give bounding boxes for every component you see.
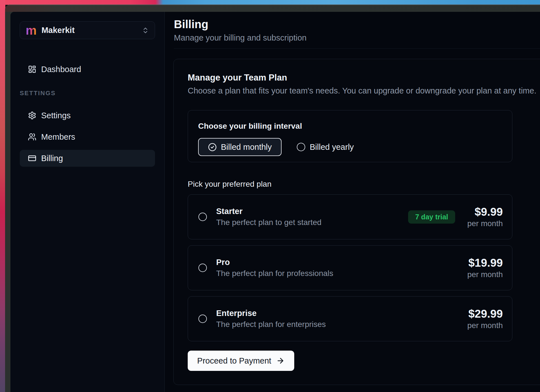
sidebar-item-label: Dashboard [41,65,81,74]
plan-name: Starter [216,207,322,216]
plan-info: Enterprise The perfect plan for enterpri… [216,309,326,329]
credit-card-icon [28,154,36,162]
page-subtitle: Manage your billing and subscription [174,33,540,43]
price-block: $19.99 per month [465,257,503,279]
price-block: $29.99 per month [465,308,503,330]
plan-description: The perfect plan to get started [216,218,322,227]
plan-pricing: $29.99 per month [465,308,503,330]
team-name: Makerkit [41,26,75,35]
plan-pricing: 7 day trial $9.99 per month [408,206,503,228]
arrow-right-icon [276,357,285,365]
plan-pricing: $19.99 per month [465,257,503,279]
sidebar-item-billing[interactable]: Billing [20,150,155,167]
billing-interval-group: Choose your billing interval Billed mont… [188,110,512,162]
makerkit-logo: m [26,24,37,37]
desktop-wallpaper-left [0,0,5,392]
radio-circle-icon[interactable] [198,213,207,221]
window-titlebar[interactable] [5,5,540,12]
app-window: m Makerkit Dashboard SETTINGS [5,5,540,392]
pick-plan-label: Pick your preferred plan [188,180,540,189]
plan-price: $29.99 [465,308,503,320]
billed-yearly-option[interactable]: Billed yearly [297,142,354,152]
plan-description: The perfect plan for enterprises [216,320,326,329]
team-plan-card: Manage your Team Plan Choose a plan that… [173,59,540,385]
billed-monthly-option[interactable]: Billed monthly [198,138,282,156]
main-area: Billing Manage your billing and subscrip… [165,12,540,392]
sidebar-item-settings[interactable]: Settings [20,107,155,124]
plan-price: $19.99 [465,257,503,269]
proceed-to-payment-button[interactable]: Proceed to Payment [188,351,294,371]
app-content: m Makerkit Dashboard SETTINGS [10,12,540,392]
sidebar-item-label: Billing [41,154,63,163]
sidebar-item-label: Settings [41,111,71,120]
plan-period: per month [465,219,503,228]
page-title: Billing [174,18,540,30]
chevrons-up-down-icon [142,27,149,34]
team-plan-subtitle: Choose a plan that fits your team's need… [188,86,540,95]
sidebar-item-members[interactable]: Members [20,128,155,145]
proceed-label: Proceed to Payment [197,356,271,366]
billed-yearly-label: Billed yearly [310,142,354,152]
sidebar-section-settings: SETTINGS [20,90,155,97]
users-icon [28,133,36,141]
page-content: Manage your Team Plan Choose a plan that… [165,49,540,392]
page-header: Billing Manage your billing and subscrip… [165,12,540,49]
window-left-edge [5,12,10,392]
radio-circle-icon[interactable] [198,264,207,272]
radio-circle-icon[interactable] [198,315,207,323]
plan-option-pro[interactable]: Pro The perfect plan for professionals $… [188,245,512,290]
billing-interval-label: Choose your billing interval [198,122,502,131]
plan-description: The perfect plan for professionals [216,269,333,278]
plan-price: $9.99 [465,206,503,218]
billed-monthly-label: Billed monthly [221,142,272,152]
plan-period: per month [465,321,503,330]
radio-circle-icon [297,143,305,151]
billing-interval-options: Billed monthly Billed yearly [198,138,502,156]
sidebar-item-dashboard[interactable]: Dashboard [20,61,155,78]
trial-badge: 7 day trial [408,210,455,224]
plan-period: per month [465,270,503,279]
plan-option-enterprise[interactable]: Enterprise The perfect plan for enterpri… [188,296,512,341]
sidebar-nav: Dashboard SETTINGS Settings Members [20,61,155,167]
plan-info: Starter The perfect plan to get started [216,207,322,227]
plan-option-starter[interactable]: Starter The perfect plan to get started … [188,194,512,239]
team-selector[interactable]: m Makerkit [20,21,155,39]
sidebar: m Makerkit Dashboard SETTINGS [10,12,165,392]
check-circle-icon [208,143,217,152]
sidebar-item-label: Members [41,132,75,142]
team-plan-title: Manage your Team Plan [188,73,540,83]
price-block: $9.99 per month [465,206,503,228]
plan-info: Pro The perfect plan for professionals [216,258,333,278]
desktop-wallpaper-top [0,0,540,5]
plan-name: Enterprise [216,309,326,318]
gear-icon [28,111,36,120]
plan-name: Pro [216,258,333,267]
dashboard-icon [28,65,36,74]
plan-list: Starter The perfect plan to get started … [188,194,540,341]
